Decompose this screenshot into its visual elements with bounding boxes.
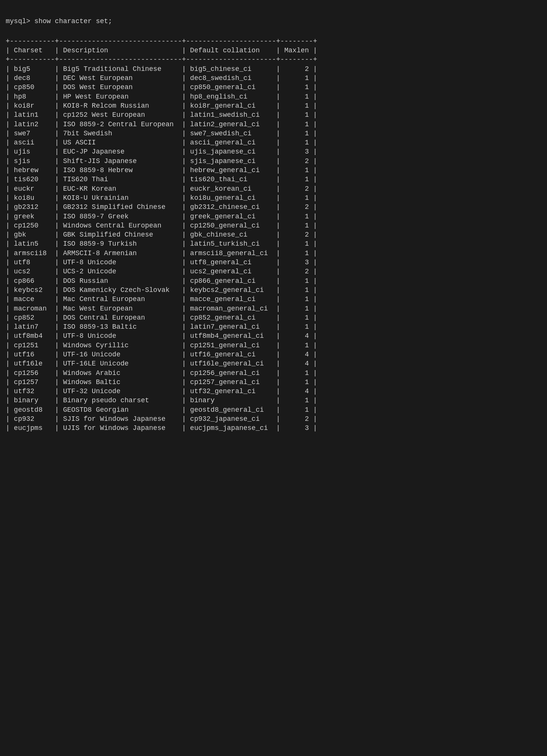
divider-top: +-----------+---------------------------… <box>6 37 541 46</box>
table-row: | cp1251 | Windows Cyrillic | cp1251_gen… <box>6 341 541 350</box>
table-row: | cp852 | DOS Central European | cp852_g… <box>6 313 541 322</box>
table-row: | cp1257 | Windows Baltic | cp1257_gener… <box>6 378 541 387</box>
table-row: | cp866 | DOS Russian | cp866_general_ci… <box>6 276 541 285</box>
table-row: | dec8 | DEC West European | dec8_swedis… <box>6 74 541 83</box>
table-row: | latin1 | cp1252 West European | latin1… <box>6 110 541 119</box>
table-row: | utf16le | UTF-16LE Unicode | utf16le_g… <box>6 359 541 368</box>
table-row: | ucs2 | UCS-2 Unicode | ucs2_general_ci… <box>6 267 541 276</box>
table-row: | utf16 | UTF-16 Unicode | utf16_general… <box>6 350 541 359</box>
table-row: | cp1250 | Windows Central European | cp… <box>6 221 541 230</box>
table-row: | macroman | Mac West European | macroma… <box>6 304 541 313</box>
header-row: | Charset | Description | Default collat… <box>6 46 541 55</box>
table-row: | hebrew | ISO 8859-8 Hebrew | hebrew_ge… <box>6 166 541 175</box>
table-row: | latin7 | ISO 8859-13 Baltic | latin7_g… <box>6 322 541 331</box>
table-row: | armscii8 | ARMSCII-8 Armenian | armsci… <box>6 249 541 258</box>
terminal-window: mysql> show character set; +-----------+… <box>0 4 547 446</box>
table-row: | latin2 | ISO 8859-2 Central European |… <box>6 120 541 129</box>
divider-header: +-----------+---------------------------… <box>6 55 541 64</box>
table-row: | ujis | EUC-JP Japanese | ujis_japanese… <box>6 147 541 156</box>
table-row: | gbk | GBK Simplified Chinese | gbk_chi… <box>6 230 541 239</box>
table-row: | koi8r | KOI8-R Relcom Russian | koi8r_… <box>6 101 541 110</box>
table-row: | macce | Mac Central European | macce_g… <box>6 295 541 304</box>
table-row: | hp8 | HP West European | hp8_english_c… <box>6 92 541 101</box>
table-row: | euckr | EUC-KR Korean | euckr_korean_c… <box>6 184 541 193</box>
table-row: | keybcs2 | DOS Kamenicky Czech-Slovak |… <box>6 285 541 295</box>
prompt-line: mysql> show character set; <box>6 17 541 26</box>
table-row: | cp932 | SJIS for Windows Japanese | cp… <box>6 414 541 423</box>
table-row: | eucjpms | UJIS for Windows Japanese | … <box>6 423 541 433</box>
table-row: | tis620 | TIS620 Thai | tis620_thai_ci … <box>6 175 541 184</box>
mysql-output: +-----------+---------------------------… <box>6 37 541 433</box>
table-row: | big5 | Big5 Traditional Chinese | big5… <box>6 64 541 74</box>
table-row: | geostd8 | GEOSTD8 Georgian | geostd8_g… <box>6 405 541 414</box>
table-row: | sjis | Shift-JIS Japanese | sjis_japan… <box>6 157 541 166</box>
table-row: | ascii | US ASCII | ascii_general_ci | … <box>6 138 541 147</box>
table-row: | utf8mb4 | UTF-8 Unicode | utf8mb4_gene… <box>6 331 541 340</box>
table-row: | swe7 | 7bit Swedish | swe7_swedish_ci … <box>6 129 541 138</box>
table-row: | latin5 | ISO 8859-9 Turkish | latin5_t… <box>6 239 541 248</box>
table-row: | greek | ISO 8859-7 Greek | greek_gener… <box>6 212 541 221</box>
table-row: | koi8u | KOI8-U Ukrainian | koi8u_gener… <box>6 193 541 202</box>
table-row: | utf32 | UTF-32 Unicode | utf32_general… <box>6 387 541 396</box>
table-row: | gb2312 | GB2312 Simplified Chinese | g… <box>6 202 541 212</box>
table-row: | binary | Binary pseudo charset | binar… <box>6 396 541 405</box>
table-row: | cp850 | DOS West European | cp850_gene… <box>6 83 541 92</box>
table-row: | utf8 | UTF-8 Unicode | utf8_general_ci… <box>6 258 541 267</box>
table-row: | cp1256 | Windows Arabic | cp1256_gener… <box>6 369 541 378</box>
